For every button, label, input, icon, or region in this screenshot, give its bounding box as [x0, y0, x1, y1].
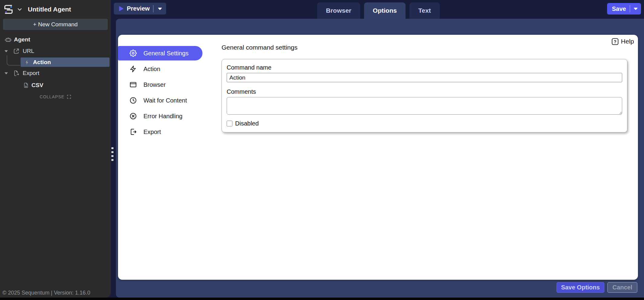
gear-icon [130, 50, 137, 57]
browser-window-icon [130, 81, 137, 88]
command-name-label: Command name [227, 64, 271, 71]
panel-action-buttons: Save Options Cancel [557, 282, 637, 293]
new-command-button[interactable]: + New Command [3, 19, 108, 30]
nav-item-label: Export [143, 129, 161, 135]
external-link-icon [13, 48, 20, 54]
export-arrow-icon [130, 128, 137, 135]
preview-label: Preview [127, 5, 150, 12]
command-name-input[interactable] [227, 73, 622, 82]
settings-nav: General Settings Action Browser Wait for… [118, 46, 209, 140]
tree-item-action-selected[interactable]: Action [21, 57, 110, 67]
file-csv-icon [23, 82, 29, 89]
tree-item-label: Agent [14, 36, 30, 43]
help-button[interactable]: ? Help [612, 38, 634, 45]
nav-item-label: Wait for Content [143, 97, 187, 104]
options-panel: ? Help General Settings Action [118, 35, 638, 280]
save-options-button[interactable]: Save Options [557, 282, 604, 293]
collapse-tree-button[interactable]: COLLAPSE [0, 94, 111, 100]
general-settings-card: Command name Comments Disabled [222, 59, 627, 132]
command-tree: Agent URL Action Export [0, 35, 111, 100]
nav-item-label: General Settings [143, 50, 189, 57]
clock-icon [130, 97, 137, 104]
save-label: Save [612, 5, 626, 12]
expand-brackets-icon [67, 95, 71, 99]
bolt-icon [130, 65, 137, 73]
sidebar-resize-handle[interactable] [111, 147, 114, 163]
agent-title: Untitled Agent [28, 6, 71, 13]
tree-item-label: Action [33, 59, 51, 66]
preview-dropdown-button[interactable] [153, 3, 166, 15]
expand-caret-icon[interactable] [4, 72, 8, 74]
nav-item-label: Action [143, 66, 160, 73]
file-export-icon [13, 70, 20, 77]
comments-label: Comments [227, 88, 622, 95]
nav-item-export[interactable]: Export [118, 125, 209, 139]
options-content-area: ? Help General Settings Action [116, 19, 644, 298]
caret-down-icon [158, 8, 162, 10]
disabled-label: Disabled [235, 120, 259, 127]
expand-caret-icon[interactable] [4, 50, 8, 52]
tab-text[interactable]: Text [409, 2, 440, 19]
collapse-label: COLLAPSE [40, 94, 64, 99]
bottom-edge-strip [0, 298, 644, 300]
lightning-icon [25, 59, 30, 65]
top-bar: Preview Browser Options Text Save [111, 0, 644, 19]
tree-item-url[interactable]: URL [0, 47, 111, 55]
robot-icon [4, 36, 12, 43]
tree-item-label: Export [23, 70, 39, 77]
cancel-button[interactable]: Cancel [607, 282, 637, 293]
save-button[interactable]: Save [607, 3, 641, 15]
nav-item-browser[interactable]: Browser [118, 77, 209, 92]
help-label: Help [621, 38, 634, 45]
nav-item-error-handling[interactable]: Error Handling [118, 109, 209, 123]
tree-item-label: URL [23, 48, 34, 54]
preview-button[interactable]: Preview [114, 3, 166, 15]
tree-item-export[interactable]: Export [0, 69, 111, 77]
sidebar: Untitled Agent + New Command Agent URL [0, 0, 111, 298]
nav-item-label: Browser [143, 81, 166, 88]
tree-connector-line [7, 55, 20, 66]
tree-item-csv[interactable]: CSV [0, 81, 111, 90]
caret-down-icon [634, 8, 638, 10]
tab-options[interactable]: Options [364, 2, 406, 19]
nav-item-wait-for-content[interactable]: Wait for Content [118, 93, 209, 108]
nav-item-label: Error Handling [143, 113, 182, 120]
svg-text:?: ? [614, 39, 616, 44]
tree-item-label: CSV [31, 82, 43, 89]
disabled-checkbox[interactable] [227, 121, 232, 126]
nav-item-general-settings[interactable]: General Settings [118, 46, 202, 60]
nav-item-action[interactable]: Action [118, 62, 209, 76]
save-dropdown-button[interactable] [630, 3, 641, 15]
circle-x-icon [130, 112, 137, 120]
question-box-icon: ? [612, 38, 619, 45]
tree-item-agent[interactable]: Agent [0, 35, 111, 44]
sequentum-logo-icon[interactable] [2, 3, 15, 15]
sidebar-header: Untitled Agent [0, 0, 111, 16]
agent-menu-chevron-down-icon[interactable] [18, 8, 22, 11]
disabled-checkbox-row: Disabled [227, 120, 622, 127]
version-footer: © 2025 Sequentum | Version: 1.16.0 [2, 290, 90, 296]
view-tabs: Browser Options Text [317, 2, 440, 19]
play-icon [119, 6, 123, 11]
tab-browser[interactable]: Browser [317, 2, 360, 19]
section-heading: General command settings [222, 44, 297, 51]
comments-textarea[interactable] [227, 97, 622, 115]
